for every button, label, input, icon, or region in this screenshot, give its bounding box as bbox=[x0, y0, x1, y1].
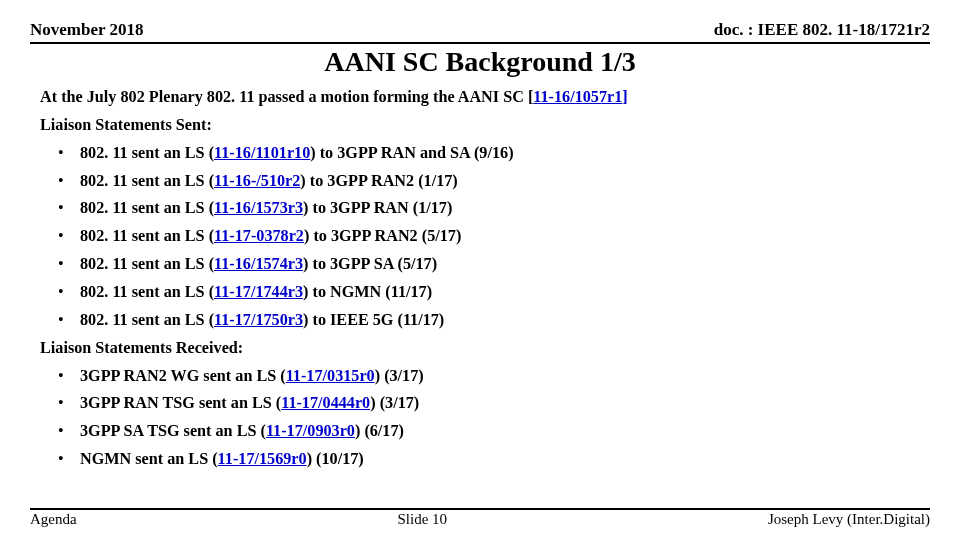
recv-heading: Liaison Statements Received: bbox=[40, 335, 920, 363]
item-prefix: 802. 11 sent an LS ( bbox=[80, 311, 214, 329]
item-suffix: ) (10/17) bbox=[307, 450, 364, 468]
item-suffix: ) to IEEE 5G (11/17) bbox=[303, 311, 444, 329]
doc-link[interactable]: 11-17-0378r2 bbox=[214, 227, 304, 245]
intro-line: At the July 802 Plenary 802. 11 passed a… bbox=[40, 84, 920, 112]
list-item: NGMN sent an LS (11-17/1569r0) (10/17) bbox=[58, 446, 920, 474]
footer-left: Agenda bbox=[30, 511, 77, 528]
slide-title: AANI SC Background 1/3 bbox=[30, 46, 930, 78]
item-suffix: ) to 3GPP SA (5/17) bbox=[303, 255, 437, 273]
item-prefix: NGMN sent an LS ( bbox=[80, 450, 218, 468]
item-suffix: ) (3/17) bbox=[370, 394, 419, 412]
doc-link[interactable]: 11-17/0444r0 bbox=[281, 394, 370, 412]
doc-link[interactable]: 11-17/0315r0 bbox=[286, 367, 375, 385]
item-prefix: 3GPP RAN2 WG sent an LS ( bbox=[80, 367, 286, 385]
list-item: 802. 11 sent an LS (11-16-/510r2) to 3GP… bbox=[58, 168, 920, 196]
recv-list: 3GPP RAN2 WG sent an LS (11-17/0315r0) (… bbox=[58, 363, 920, 474]
item-suffix: ) to 3GPP RAN2 (5/17) bbox=[304, 227, 461, 245]
item-suffix: ) to 3GPP RAN and SA (9/16) bbox=[310, 144, 513, 162]
item-suffix: ) (6/17) bbox=[355, 422, 404, 440]
list-item: 3GPP RAN TSG sent an LS (11-17/0444r0) (… bbox=[58, 390, 920, 418]
footer-center: Slide 10 bbox=[398, 511, 448, 528]
intro-link[interactable]: 11-16/1057r1 bbox=[533, 88, 622, 106]
item-suffix: ) to NGMN (11/17) bbox=[303, 283, 432, 301]
intro-text: At the July 802 Plenary 802. 11 passed a… bbox=[40, 88, 533, 106]
list-item: 802. 11 sent an LS (11-17-0378r2) to 3GP… bbox=[58, 223, 920, 251]
doc-link[interactable]: 11-17/1750r3 bbox=[214, 311, 303, 329]
list-item: 802. 11 sent an LS (11-17/1744r3) to NGM… bbox=[58, 279, 920, 307]
doc-link[interactable]: 11-16/1573r3 bbox=[214, 199, 303, 217]
slide-footer: Agenda Slide 10 Joseph Levy (Inter.Digit… bbox=[30, 510, 930, 528]
item-prefix: 3GPP SA TSG sent an LS ( bbox=[80, 422, 266, 440]
item-prefix: 802. 11 sent an LS ( bbox=[80, 199, 214, 217]
item-prefix: 3GPP RAN TSG sent an LS ( bbox=[80, 394, 281, 412]
item-prefix: 802. 11 sent an LS ( bbox=[80, 227, 214, 245]
doc-link[interactable]: 11-17/1744r3 bbox=[214, 283, 303, 301]
slide-body: At the July 802 Plenary 802. 11 passed a… bbox=[30, 84, 930, 506]
doc-link[interactable]: 11-16/1574r3 bbox=[214, 255, 303, 273]
item-prefix: 802. 11 sent an LS ( bbox=[80, 255, 214, 273]
item-suffix: ) (3/17) bbox=[375, 367, 424, 385]
sent-heading: Liaison Statements Sent: bbox=[40, 112, 920, 140]
intro-suffix: ] bbox=[622, 88, 627, 106]
slide: November 2018 doc. : IEEE 802. 11-18/172… bbox=[0, 0, 960, 540]
item-suffix: ) to 3GPP RAN2 (1/17) bbox=[300, 172, 457, 190]
list-item: 802. 11 sent an LS (11-17/1750r3) to IEE… bbox=[58, 307, 920, 335]
list-item: 3GPP RAN2 WG sent an LS (11-17/0315r0) (… bbox=[58, 363, 920, 391]
item-prefix: 802. 11 sent an LS ( bbox=[80, 144, 214, 162]
list-item: 802. 11 sent an LS (11-16/1573r3) to 3GP… bbox=[58, 195, 920, 223]
doc-link[interactable]: 11-17/0903r0 bbox=[266, 422, 355, 440]
sent-list: 802. 11 sent an LS (11-16/1101r10) to 3G… bbox=[58, 140, 920, 335]
item-prefix: 802. 11 sent an LS ( bbox=[80, 283, 214, 301]
item-suffix: ) to 3GPP RAN (1/17) bbox=[303, 199, 452, 217]
doc-link[interactable]: 11-16-/510r2 bbox=[214, 172, 300, 190]
header-date: November 2018 bbox=[30, 20, 143, 40]
list-item: 3GPP SA TSG sent an LS (11-17/0903r0) (6… bbox=[58, 418, 920, 446]
list-item: 802. 11 sent an LS (11-16/1101r10) to 3G… bbox=[58, 140, 920, 168]
header-docnum: doc. : IEEE 802. 11-18/1721r2 bbox=[714, 20, 930, 40]
item-prefix: 802. 11 sent an LS ( bbox=[80, 172, 214, 190]
doc-link[interactable]: 11-16/1101r10 bbox=[214, 144, 310, 162]
slide-header: November 2018 doc. : IEEE 802. 11-18/172… bbox=[30, 20, 930, 44]
list-item: 802. 11 sent an LS (11-16/1574r3) to 3GP… bbox=[58, 251, 920, 279]
doc-link[interactable]: 11-17/1569r0 bbox=[218, 450, 307, 468]
footer-right: Joseph Levy (Inter.Digital) bbox=[768, 511, 930, 528]
